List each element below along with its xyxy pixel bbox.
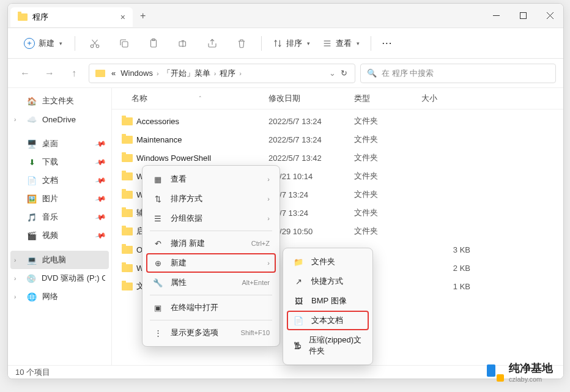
sidebar-item-dvd[interactable]: ›💿DVD 驱动器 (P:) C bbox=[8, 269, 111, 287]
new-button[interactable]: + 新建 ▾ bbox=[18, 34, 68, 53]
shortcut-key: Ctrl+Z bbox=[251, 240, 270, 247]
sort-asc-icon: ˄ bbox=[199, 95, 202, 102]
menu-undo[interactable]: ↶撤消 新建Ctrl+Z bbox=[146, 234, 276, 253]
refresh-icon[interactable]: ↻ bbox=[341, 68, 347, 78]
breadcrumb-item[interactable]: 程序 bbox=[218, 68, 237, 79]
expand-icon[interactable]: › bbox=[14, 257, 21, 264]
folder-icon bbox=[122, 283, 136, 290]
sidebar-item-pictures[interactable]: 🖼️图片📌 bbox=[8, 190, 111, 208]
folder-icon bbox=[122, 264, 136, 272]
watermark-url: czlaby.com bbox=[509, 375, 553, 383]
expand-icon[interactable]: › bbox=[14, 116, 21, 123]
submenu-shortcut[interactable]: ↗快捷方式 bbox=[287, 272, 369, 291]
sidebar-item-music[interactable]: 🎵音乐📌 bbox=[8, 208, 111, 226]
breadcrumb-prefix: « bbox=[110, 68, 117, 78]
expand-icon[interactable]: › bbox=[14, 275, 21, 282]
sidebar-label: 图片 bbox=[42, 193, 58, 204]
folder-icon: 📁 bbox=[293, 256, 304, 267]
separator bbox=[75, 36, 75, 51]
folder-icon bbox=[122, 172, 136, 180]
maximize-button[interactable] bbox=[509, 4, 536, 28]
tab-title: 程序 bbox=[32, 12, 48, 23]
folder-icon bbox=[122, 154, 136, 162]
sidebar-item-network[interactable]: ›🌐网络 bbox=[8, 287, 111, 306]
breadcrumb[interactable]: « Windows › 「开始」菜单 › 程序 › ⌄ ↻ bbox=[89, 64, 355, 83]
view-button[interactable]: 查看 ▾ bbox=[317, 38, 365, 49]
svg-rect-6 bbox=[122, 42, 128, 47]
folder-icon bbox=[95, 70, 105, 77]
menu-more[interactable]: ⋮显示更多选项Shift+F10 bbox=[146, 323, 276, 342]
sidebar-item-documents[interactable]: 📄文档📌 bbox=[8, 171, 111, 190]
chevron-right-icon: › bbox=[239, 70, 242, 77]
column-size[interactable]: 大小 bbox=[421, 93, 470, 104]
folder-icon bbox=[122, 136, 136, 144]
search-placeholder: 在 程序 中搜索 bbox=[382, 68, 434, 79]
column-type[interactable]: 类型 bbox=[354, 93, 421, 104]
menu-properties[interactable]: 🔧属性Alt+Enter bbox=[146, 273, 276, 292]
item-count: 10 个项目 bbox=[15, 367, 50, 378]
submenu-bmp[interactable]: 🖼BMP 图像 bbox=[287, 291, 369, 311]
breadcrumb-item[interactable]: 「开始」菜单 bbox=[161, 68, 212, 79]
rename-icon[interactable] bbox=[169, 32, 196, 54]
paste-icon[interactable] bbox=[140, 32, 167, 54]
documents-icon: 📄 bbox=[26, 175, 37, 186]
column-name[interactable]: 名称˄ bbox=[122, 93, 268, 104]
sidebar-label: 文档 bbox=[42, 175, 58, 186]
menu-sort[interactable]: ⇅排序方式› bbox=[146, 189, 276, 209]
submenu-zip[interactable]: 🗜压缩(zipped)文件夹 bbox=[287, 330, 369, 361]
new-tab-button[interactable]: + bbox=[133, 10, 153, 21]
sidebar-item-desktop[interactable]: 🖥️桌面📌 bbox=[8, 135, 111, 153]
sidebar-item-onedrive[interactable]: ›☁️OneDrive bbox=[8, 110, 111, 128]
delete-icon[interactable] bbox=[228, 32, 255, 54]
file-row[interactable]: Accessories2022/5/7 13:24文件夹 bbox=[112, 112, 563, 130]
file-name: Accessories bbox=[136, 117, 268, 126]
up-button[interactable]: ↑ bbox=[64, 64, 84, 83]
cut-icon[interactable] bbox=[81, 32, 108, 54]
window-controls bbox=[483, 4, 563, 28]
more-button[interactable]: ··· bbox=[377, 39, 398, 48]
file-row[interactable]: Maintenance2022/5/7 13:24文件夹 bbox=[112, 130, 563, 149]
breadcrumb-item[interactable]: Windows bbox=[119, 68, 154, 78]
close-button[interactable] bbox=[536, 4, 563, 28]
svg-rect-9 bbox=[179, 42, 186, 46]
file-date: 3/1/29 10:50 bbox=[268, 227, 354, 236]
file-type: 文件夹 bbox=[354, 207, 421, 218]
sort-icon bbox=[273, 39, 283, 48]
share-icon[interactable] bbox=[199, 32, 226, 54]
back-button[interactable]: ← bbox=[15, 64, 35, 83]
minimize-button[interactable] bbox=[483, 4, 509, 28]
file-date: 2/9/21 10:14 bbox=[268, 172, 354, 181]
menu-new[interactable]: ⊕新建› bbox=[146, 253, 276, 273]
submenu-text[interactable]: 📄文本文档 bbox=[287, 311, 369, 330]
menu-view[interactable]: ▦查看› bbox=[146, 169, 276, 189]
dropdown-icon[interactable]: ⌄ bbox=[329, 68, 336, 78]
sidebar-item-home[interactable]: 🏠主文件夹 bbox=[8, 92, 111, 110]
close-tab-icon[interactable]: × bbox=[120, 12, 125, 22]
downloads-icon: ⬇ bbox=[26, 157, 37, 168]
expand-icon[interactable]: › bbox=[14, 294, 21, 300]
image-icon: 🖼 bbox=[293, 295, 304, 306]
pin-icon: 📌 bbox=[95, 156, 107, 168]
sidebar-label: 此电脑 bbox=[42, 254, 66, 265]
sidebar-label: 音乐 bbox=[42, 212, 58, 223]
menu-group[interactable]: ☰分组依据› bbox=[146, 209, 276, 228]
sidebar-item-thispc[interactable]: ›💻此电脑 bbox=[10, 251, 109, 269]
search-input[interactable]: 🔍 在 程序 中搜索 bbox=[360, 64, 556, 83]
file-row[interactable]: Windows PowerShell2022/5/7 13:42文件夹 bbox=[112, 149, 563, 167]
submenu-folder[interactable]: 📁文件夹 bbox=[287, 252, 369, 272]
cloud-icon: ☁️ bbox=[26, 114, 37, 125]
sidebar-item-downloads[interactable]: ⬇下载📌 bbox=[8, 153, 111, 171]
group-icon: ☰ bbox=[152, 213, 163, 224]
chevron-right-icon: › bbox=[267, 215, 270, 222]
tab-active[interactable]: 程序 × bbox=[10, 7, 133, 27]
column-date[interactable]: 修改日期 bbox=[268, 93, 354, 104]
toolbar: + 新建 ▾ 排序 ▾ 查看 ▾ ··· bbox=[8, 28, 563, 59]
file-type: 文件夹 bbox=[354, 134, 421, 145]
sidebar-item-videos[interactable]: 🎬视频📌 bbox=[8, 226, 111, 245]
copy-icon[interactable] bbox=[111, 32, 138, 54]
forward-button[interactable]: → bbox=[40, 64, 59, 83]
network-icon: 🌐 bbox=[26, 291, 37, 302]
sort-button[interactable]: 排序 ▾ bbox=[268, 38, 315, 49]
menu-terminal[interactable]: ▣在终端中打开 bbox=[146, 298, 276, 317]
titlebar: 程序 × + bbox=[8, 4, 563, 28]
